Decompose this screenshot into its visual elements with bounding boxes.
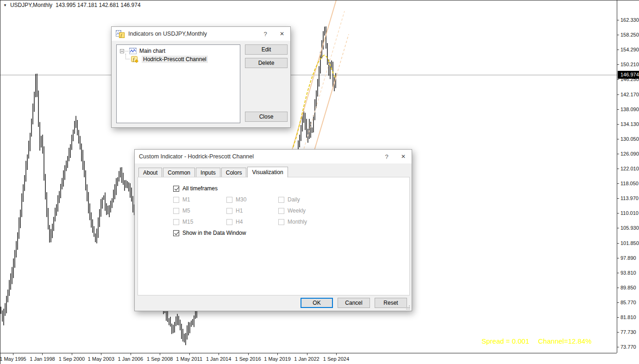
- visualization-tab-panel: All timeframes M1M30DailyM5H1WeeklyM15H4…: [138, 177, 410, 295]
- indicators-close-icon[interactable]: ✕: [274, 27, 290, 41]
- date-axis-tick: [42, 353, 43, 355]
- custom-dialog-titlebar[interactable]: Custom Indicator - Hodrick-Prescott Chan…: [135, 150, 412, 163]
- price-axis-label: 97.890: [620, 255, 636, 261]
- all-timeframes-label: All timeframes: [182, 185, 218, 192]
- price-axis-tick: [617, 243, 619, 244]
- symbol-name: USDJPY,Monthly: [10, 2, 52, 8]
- date-axis-tick: [13, 353, 13, 355]
- symbol-header: ▼ USDJPY,Monthly 143.995 147.181 142.681…: [3, 2, 141, 8]
- custom-help-button[interactable]: ?: [378, 150, 395, 163]
- price-axis-tick: [617, 154, 619, 154]
- checkbox-m5[interactable]: M5: [173, 207, 190, 214]
- m15-checkbox-label: M15: [182, 219, 193, 225]
- spread-value: Spread = 0.001: [482, 337, 529, 345]
- price-axis-tick: [617, 124, 619, 125]
- m30-checkbox-box: [226, 197, 232, 203]
- price-axis-tick: [617, 183, 619, 184]
- price-axis-label: 89.850: [620, 285, 636, 290]
- indicator-tree-list[interactable]: Main chart f Hodrick-Prescott Channel: [116, 44, 240, 123]
- checkbox-m1[interactable]: M1: [173, 196, 190, 203]
- checkbox-all-timeframes[interactable]: All timeframes: [173, 185, 218, 192]
- checkbox-h1[interactable]: H1: [226, 207, 243, 214]
- date-axis-tick: [72, 353, 72, 355]
- tree-item-hp-channel[interactable]: f Hodrick-Prescott Channel: [117, 55, 240, 63]
- current-price-marker: 146.974: [618, 71, 639, 79]
- price-axis-tick: [617, 79, 619, 80]
- tree-item-hp-channel-label[interactable]: Hodrick-Prescott Channel: [142, 56, 208, 63]
- price-axis-tick: [617, 347, 619, 347]
- tree-item-main-chart[interactable]: Main chart: [117, 47, 240, 55]
- date-axis[interactable]: 1 May 19951 Jan 19981 Sep 20001 May 2003…: [0, 353, 617, 364]
- tab-visualization[interactable]: Visualization: [247, 167, 288, 177]
- price-axis-tick: [617, 213, 619, 213]
- checkbox-daily[interactable]: Daily: [278, 196, 300, 203]
- close-button[interactable]: Close: [245, 112, 288, 122]
- price-axis-label: 150.210: [620, 62, 639, 67]
- indicators-dialog: f Indicators on USDJPY,Monthly ? ✕ Main …: [111, 26, 291, 128]
- date-axis-label: 1 Jan 2022: [294, 356, 319, 362]
- h1-checkbox-label: H1: [236, 207, 243, 214]
- checkbox-m30[interactable]: M30: [226, 196, 246, 203]
- m30-checkbox-label: M30: [236, 196, 246, 203]
- reset-button[interactable]: Reset: [375, 298, 407, 308]
- date-axis-tick: [131, 353, 131, 355]
- date-axis-tick: [160, 353, 160, 355]
- checkbox-monthly[interactable]: Monthly: [278, 219, 307, 225]
- show-data-window-checkbox-box: [173, 230, 179, 236]
- ok-button[interactable]: OK: [301, 298, 333, 308]
- indicator-status-text: Spread = 0.001 Channel=12.84%: [482, 337, 592, 345]
- resize-grip[interactable]: [406, 305, 410, 309]
- indicators-help-button[interactable]: ?: [257, 27, 274, 41]
- m5-checkbox-label: M5: [182, 207, 190, 214]
- tab-common[interactable]: Common: [163, 168, 195, 177]
- indicators-dialog-titlebar[interactable]: f Indicators on USDJPY,Monthly ? ✕: [112, 27, 290, 41]
- all-timeframes-checkbox-box: [173, 186, 179, 192]
- date-axis-tick: [277, 353, 278, 355]
- indicators-dialog-title: Indicators on USDJPY,Monthly: [128, 31, 207, 37]
- price-axis[interactable]: 146.974 162.330158.250154.290150.210146.…: [617, 0, 639, 353]
- edit-button[interactable]: Edit: [245, 44, 288, 55]
- price-axis-tick: [617, 273, 619, 273]
- checkbox-m15[interactable]: M15: [173, 219, 193, 225]
- custom-dialog-title: Custom Indicator - Hodrick-Prescott Chan…: [139, 153, 254, 160]
- weekly-checkbox-label: Weekly: [288, 207, 306, 214]
- show-data-window-label: Show in the Data Window: [182, 230, 246, 236]
- price-axis-label: 162.330: [620, 17, 639, 23]
- price-axis-tick: [617, 20, 619, 20]
- price-axis-label: 154.290: [620, 47, 639, 52]
- date-axis-label: 1 Jan 2014: [206, 356, 231, 362]
- m1-checkbox-label: M1: [182, 196, 190, 203]
- monthly-checkbox-label: Monthly: [288, 219, 307, 225]
- date-axis-label: 1 Jan 1998: [30, 356, 55, 362]
- h4-checkbox-label: H4: [236, 219, 243, 225]
- cancel-button[interactable]: Cancel: [338, 298, 370, 308]
- price-axis-tick: [617, 35, 619, 35]
- checkbox-h4[interactable]: H4: [226, 219, 243, 225]
- price-axis-label: 118.050: [620, 181, 639, 186]
- tab-colors[interactable]: Colors: [221, 168, 247, 177]
- tab-inputs[interactable]: Inputs: [196, 168, 220, 177]
- price-axis-tick: [617, 198, 619, 199]
- date-axis-tick: [248, 353, 249, 355]
- price-axis-label: 77.730: [620, 329, 636, 335]
- custom-close-icon[interactable]: ✕: [395, 150, 412, 163]
- date-axis-label: 1 Sep 2016: [235, 356, 261, 362]
- tab-about[interactable]: About: [138, 168, 162, 177]
- price-axis-label: 101.850: [620, 240, 639, 246]
- symbol-dropdown-arrow[interactable]: ▼: [3, 3, 7, 7]
- delete-button[interactable]: Delete: [245, 58, 288, 68]
- checkbox-weekly[interactable]: Weekly: [278, 207, 306, 214]
- monthly-checkbox-box: [278, 219, 284, 225]
- tree-collapse-icon[interactable]: [120, 49, 124, 53]
- tree-item-main-chart-label[interactable]: Main chart: [139, 48, 165, 54]
- date-axis-label: 1 Jan 2006: [118, 356, 143, 362]
- date-axis-tick: [101, 353, 101, 355]
- date-axis-label: 1 Sep 2000: [59, 356, 85, 362]
- m15-checkbox-box: [173, 219, 179, 225]
- price-axis-label: 130.050: [620, 136, 639, 142]
- price-axis-tick: [617, 228, 619, 228]
- main-chart-icon: [129, 48, 137, 54]
- hp-lower-projection: [337, 34, 349, 75]
- price-axis-label: 142.170: [620, 92, 639, 97]
- checkbox-show-data-window[interactable]: Show in the Data Window: [173, 230, 246, 236]
